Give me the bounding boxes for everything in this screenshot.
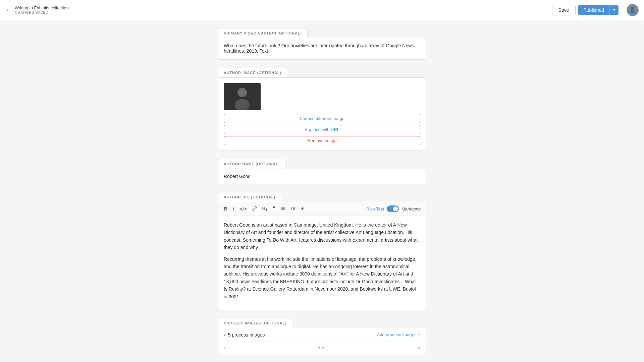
more-options-button[interactable]: +	[299, 205, 306, 213]
author-image-container: Choose different image Replace with URL …	[218, 78, 426, 150]
author-bio-section: AUTHOR BIO (OPTIONAL) B I </> H1 "	[218, 192, 426, 310]
author-name-label: AUTHOR NAME (OPTIONAL)	[218, 159, 285, 169]
replace-with-url-button[interactable]: Replace with URL	[224, 125, 420, 134]
unordered-list-button[interactable]	[279, 205, 287, 213]
rich-text-toggle[interactable]	[387, 205, 399, 212]
svg-text:3: 3	[291, 208, 292, 210]
topbar-left: ← Writing in Exhibits collection CHANGES…	[5, 5, 552, 14]
add-process-images-button[interactable]: Add process images +	[377, 332, 420, 337]
author-bio-label: AUTHOR BIO (OPTIONAL)	[218, 192, 281, 202]
svg-point-12	[281, 209, 282, 210]
back-arrow-icon[interactable]: ←	[5, 6, 11, 13]
content-wrap: PRIMARY VIDEO CAPTION (OPTIONAL) AUTHOR …	[218, 28, 426, 362]
author-photo-svg	[224, 83, 261, 110]
process-row-chevron-icon[interactable]: ›	[224, 346, 225, 351]
author-image-section: AUTHOR IMAGE (OPTIONAL)	[218, 68, 426, 151]
author-name-content	[218, 169, 426, 184]
ordered-list-icon: 1 2 3	[291, 206, 296, 211]
process-images-section: PROCESS IMAGES (OPTIONAL) › 5 process im…	[218, 318, 426, 355]
save-button[interactable]: Save	[552, 5, 576, 15]
primary-video-caption-content	[218, 38, 426, 60]
link-icon	[252, 206, 257, 211]
ordered-list-button[interactable]: 1 2 3	[289, 205, 297, 213]
primary-video-caption-section: PRIMARY VIDEO CAPTION (OPTIONAL)	[218, 28, 426, 60]
topbar: ← Writing in Exhibits collection CHANGES…	[0, 0, 644, 20]
bold-button[interactable]: B	[222, 205, 229, 213]
author-name-input[interactable]	[218, 169, 426, 184]
main-content: PRIMARY VIDEO CAPTION (OPTIONAL) AUTHOR …	[0, 20, 644, 362]
italic-button[interactable]: I	[231, 205, 236, 213]
rich-text-label: Rich Text	[366, 206, 384, 212]
svg-point-10	[281, 207, 282, 207]
toolbar-right: Rich Text Markdown	[366, 205, 422, 212]
published-dropdown-arrow[interactable]: ▾	[609, 5, 619, 15]
collection-label: Writing in Exhibits collection	[15, 5, 69, 10]
topbar-actions: Save Published ▾ 👤	[552, 4, 639, 16]
author-image-label: AUTHOR IMAGE (OPTIONAL)	[218, 68, 287, 77]
code-button[interactable]: </>	[238, 205, 249, 212]
process-row-close-icon[interactable]: ×	[417, 345, 420, 351]
changes-saved-label: CHANGES SAVED	[15, 10, 69, 14]
process-row-drag-handle[interactable]: = =	[229, 346, 413, 351]
process-images-left: › 5 process images	[224, 332, 265, 338]
topbar-title: Writing in Exhibits collection CHANGES S…	[15, 5, 69, 14]
author-bio-content: B I </> H1 "	[218, 202, 426, 310]
primary-video-caption-input[interactable]	[218, 38, 426, 58]
avatar-icon: 👤	[629, 7, 636, 13]
markdown-label: Markdown	[401, 206, 422, 212]
remove-image-button[interactable]: Remove image	[224, 136, 420, 145]
process-image-row: › = = ×	[218, 342, 426, 355]
process-images-header[interactable]: › 5 process images Add process images +	[218, 328, 426, 342]
process-images-count: 5 process images	[228, 332, 265, 338]
process-images-label: PROCESS IMAGES (OPTIONAL)	[218, 318, 292, 328]
image-action-buttons: Choose different image Replace with URL …	[224, 114, 420, 145]
author-bio-text-area[interactable]: Robert Good is an artist based in Cambri…	[218, 216, 426, 310]
unordered-list-icon	[281, 206, 285, 211]
author-name-section: AUTHOR NAME (OPTIONAL)	[218, 159, 426, 184]
blockquote-button[interactable]: "	[271, 205, 277, 213]
bio-paragraph-2: Recurring themes in his work include the…	[224, 255, 420, 300]
svg-point-11	[281, 208, 282, 209]
author-image-preview	[224, 83, 261, 110]
bio-toolbar: B I </> H1 "	[218, 202, 426, 216]
bio-paragraph-1: Robert Good is an artist based in Cambri…	[224, 221, 420, 251]
process-images-content: › 5 process images Add process images + …	[218, 328, 426, 355]
choose-different-image-button[interactable]: Choose different image	[224, 114, 420, 123]
primary-video-caption-label: PRIMARY VIDEO CAPTION (OPTIONAL)	[218, 28, 308, 38]
avatar[interactable]: 👤	[627, 4, 639, 16]
process-images-chevron-icon: ›	[224, 332, 225, 338]
add-process-images-icon: +	[418, 332, 420, 337]
add-process-images-label: Add process images	[377, 332, 417, 337]
link-button[interactable]	[251, 205, 259, 213]
author-image-content: Choose different image Replace with URL …	[218, 77, 426, 151]
published-button-group: Published ▾	[578, 5, 619, 15]
heading-button[interactable]: H1	[261, 205, 269, 213]
published-button[interactable]: Published	[578, 5, 610, 15]
